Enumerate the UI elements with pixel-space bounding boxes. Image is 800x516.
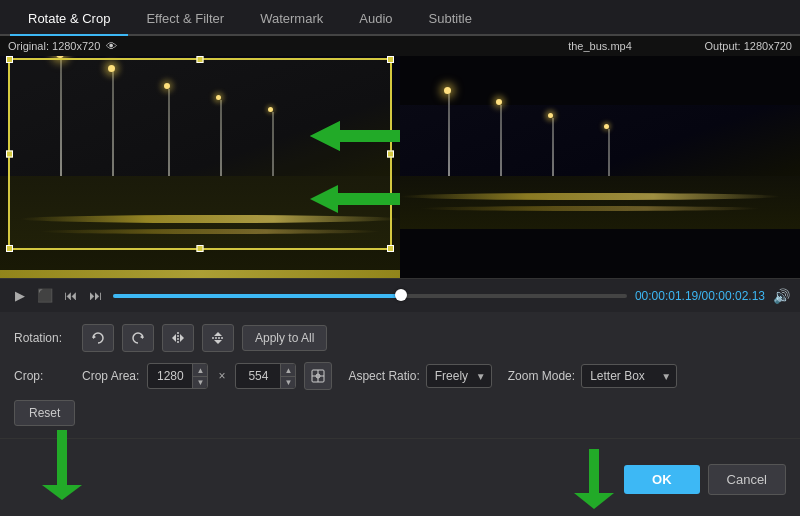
progress-thumb[interactable]	[395, 289, 407, 301]
timeline-bar: ▶ ⬛ ⏮ ⏭ 00:00:01.19/00:00:02.13 🔊	[0, 278, 800, 312]
crop-width-up[interactable]: ▲	[193, 364, 207, 376]
crop-handle-tl[interactable]	[6, 56, 13, 63]
progress-bar[interactable]	[113, 294, 627, 298]
tab-bar: Rotate & Crop Effect & Filter Watermark …	[0, 0, 800, 36]
crop-handle-tm[interactable]	[197, 56, 204, 63]
crop-width-input[interactable]	[148, 366, 192, 386]
original-label: Original: 1280x720 👁	[8, 40, 117, 52]
crop-handle-ml[interactable]	[6, 151, 13, 158]
svg-marker-12	[214, 332, 222, 336]
output-label: Output: 1280x720	[705, 40, 792, 52]
zoom-mode-select-wrap[interactable]: Letter Box Pan & Scan Full ▼	[581, 364, 677, 388]
svg-rect-3	[338, 130, 400, 142]
controls-area: Rotation:	[0, 312, 800, 438]
aspect-ratio-select-wrap[interactable]: Freely 16:9 4:3 1:1 9:16 ▼	[426, 364, 492, 388]
crop-width-down[interactable]: ▼	[193, 376, 207, 388]
output-video-panel: the_bus.mp4 Output: 1280x720	[400, 36, 800, 278]
crop-height-down[interactable]: ▼	[281, 376, 295, 388]
next-frame-button[interactable]: ⏭	[85, 286, 105, 306]
stop-button[interactable]: ⬛	[35, 286, 55, 306]
flip-horizontal-button[interactable]	[162, 324, 194, 352]
svg-marker-2	[310, 121, 340, 151]
crop-center-button[interactable]	[304, 362, 332, 390]
arrow-upper	[310, 116, 400, 156]
svg-rect-18	[57, 430, 67, 485]
crop-width-field[interactable]: ▲ ▼	[147, 363, 208, 389]
original-video-panel: Original: 1280x720 👁	[0, 36, 400, 278]
ok-button[interactable]: OK	[624, 465, 700, 494]
flip-vertical-button[interactable]	[202, 324, 234, 352]
tab-watermark[interactable]: Watermark	[242, 3, 341, 36]
volume-icon[interactable]: 🔊	[773, 288, 790, 304]
play-button[interactable]: ▶	[10, 286, 30, 306]
output-video-frame	[400, 56, 800, 278]
crop-height-field[interactable]: ▲ ▼	[235, 363, 296, 389]
crop-row: Crop: Crop Area: ▲ ▼ × ▲ ▼	[14, 362, 786, 390]
crop-area-label: Crop Area:	[82, 369, 139, 383]
tab-effect-filter[interactable]: Effect & Filter	[128, 3, 242, 36]
arrow-ok	[574, 449, 614, 509]
crop-handle-bl[interactable]	[6, 245, 13, 252]
crop-handle-tr[interactable]	[387, 56, 394, 63]
tab-audio[interactable]: Audio	[341, 3, 410, 36]
eye-icon[interactable]: 👁	[106, 40, 117, 52]
aspect-ratio-select[interactable]: Freely 16:9 4:3 1:1 9:16	[426, 364, 492, 388]
bottom-bar: OK Cancel	[0, 438, 800, 516]
crop-handle-bm[interactable]	[197, 245, 204, 252]
filename-label: the_bus.mp4	[568, 40, 632, 52]
reset-button[interactable]: Reset	[14, 400, 75, 426]
cancel-button[interactable]: Cancel	[708, 464, 786, 495]
video-area: Original: 1280x720 👁	[0, 36, 800, 278]
svg-rect-20	[589, 449, 599, 493]
rotate-left-button[interactable]	[82, 324, 114, 352]
progress-fill	[113, 294, 401, 298]
svg-marker-4	[310, 185, 338, 213]
zoom-mode-select[interactable]: Letter Box Pan & Scan Full	[581, 364, 677, 388]
crop-height-input[interactable]	[236, 366, 280, 386]
svg-marker-6	[93, 335, 96, 339]
rotation-label: Rotation:	[14, 331, 74, 345]
aspect-ratio-label: Aspect Ratio:	[348, 369, 419, 383]
aspect-ratio-wrap: Aspect Ratio: Freely 16:9 4:3 1:1 9:16 ▼	[348, 364, 491, 388]
time-display: 00:00:01.19/00:00:02.13	[635, 289, 765, 303]
tab-subtitle[interactable]: Subtitle	[411, 3, 490, 36]
arrow-lower	[310, 181, 400, 217]
zoom-mode-wrap: Zoom Mode: Letter Box Pan & Scan Full ▼	[508, 364, 677, 388]
svg-marker-7	[140, 335, 143, 339]
crop-label: Crop:	[14, 369, 74, 383]
svg-marker-10	[180, 334, 184, 342]
arrow-reset	[42, 430, 82, 503]
rotation-row: Rotation:	[14, 324, 786, 352]
svg-marker-21	[574, 493, 614, 509]
crop-height-up[interactable]: ▲	[281, 364, 295, 376]
tab-rotate-crop[interactable]: Rotate & Crop	[10, 3, 128, 36]
svg-marker-19	[42, 485, 82, 500]
play-controls: ▶ ⬛ ⏮ ⏭	[10, 286, 105, 306]
rotate-right-button[interactable]	[122, 324, 154, 352]
zoom-mode-label: Zoom Mode:	[508, 369, 575, 383]
svg-rect-5	[336, 193, 400, 205]
svg-marker-13	[214, 340, 222, 344]
prev-frame-button[interactable]: ⏮	[60, 286, 80, 306]
crop-handle-br[interactable]	[387, 245, 394, 252]
apply-all-button[interactable]: Apply to All	[242, 325, 327, 351]
svg-marker-9	[172, 334, 176, 342]
crop-x-separator: ×	[218, 369, 225, 383]
